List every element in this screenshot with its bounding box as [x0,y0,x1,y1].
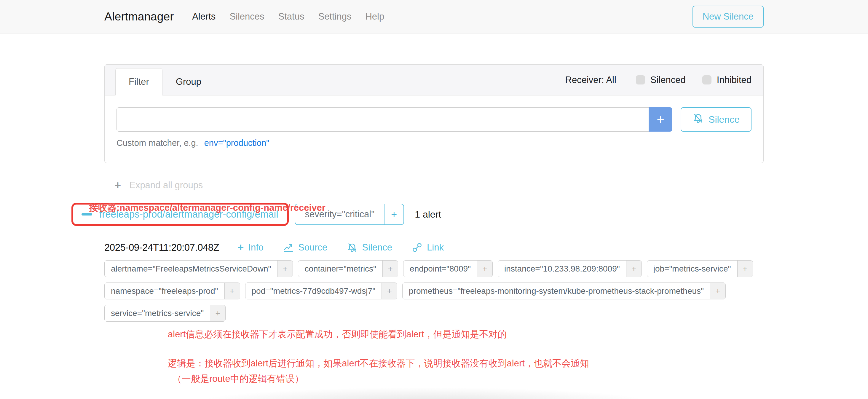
label-badge-service: service="metrics-service" + [104,305,226,321]
matcher-input-row: + Silence [117,107,751,132]
alert-link-button[interactable]: Link [412,242,444,253]
alert-timestamp: 2025-09-24T11:20:07.048Z [104,242,219,253]
label-text: namespace="freeleaps-prod" [105,283,224,299]
silenced-label: Silenced [650,75,686,85]
nav-item-silences[interactable]: Silences [229,11,264,22]
bell-slash-icon [347,242,358,253]
alert-source-link[interactable]: Source [283,242,327,253]
alert-meta-row: 2025-09-24T11:20:07.048Z + Info Source [104,242,764,253]
inhibited-label: Inhibited [717,75,751,85]
alert-info-button[interactable]: + Info [238,242,264,253]
alert-labels: alertname="FreeleapsMetricsServiceDown" … [104,260,764,321]
annotation-receiver-note: 接收器:namespace/altermanager-config-name/r… [89,202,326,214]
label-text: prometheus="freeleaps-monitoring-system/… [403,283,710,299]
label-text: instance="10.233.98.209:8009" [498,260,626,277]
nav-item-help[interactable]: Help [365,11,384,22]
bell-slash-icon [692,113,704,126]
filter-tabs: Filter Group [115,68,215,95]
new-silence-button[interactable]: New Silence [692,6,764,28]
label-add-filter-button[interactable]: + [477,260,492,277]
tab-filter[interactable]: Filter [115,68,162,95]
silence-button-label: Silence [709,114,740,125]
nav-item-settings[interactable]: Settings [318,11,351,22]
annotation-logic-note-2: （一般是route中的逻辑有错误） [173,373,764,385]
label-badge-pod: pod="metrics-77d9cdb497-wdsj7" + [245,282,398,299]
label-add-filter-button[interactable]: + [626,260,642,277]
receiver-filter-label[interactable]: Receiver: All [565,75,616,85]
label-text: job="metrics-service" [647,260,737,277]
source-label: Source [298,242,327,253]
silenced-checkbox-group[interactable]: Silenced [636,75,686,85]
label-text: endpoint="8009" [403,260,477,277]
label-text: service="metrics-service" [105,305,210,321]
filter-card-body: + Silence Custom matcher, e.g. env="prod [105,95,763,163]
inhibited-checkbox[interactable] [702,75,711,85]
matcher-example-link[interactable]: env="production" [204,138,270,148]
label-text: container="metrics" [298,260,382,277]
matcher-help-row: Custom matcher, e.g. env="production" [117,138,751,148]
silence-from-filter-button[interactable]: Silence [681,107,751,132]
plus-icon: + [238,242,244,253]
nav-item-status[interactable]: Status [278,11,305,22]
nav-item-alerts[interactable]: Alerts [192,11,216,22]
main-container: Filter Group Receiver: All Silenced Inhi… [104,64,764,385]
label-add-filter-button[interactable]: + [737,260,753,277]
app-brand[interactable]: Alertmanager [104,10,174,23]
filter-header-controls: Receiver: All Silenced Inhibited [565,65,751,95]
label-add-filter-button[interactable]: + [210,305,225,321]
matcher-help-text: Custom matcher, e.g. [117,138,198,148]
annotation-logic-note: 逻辑是：接收器收到alert后进行通知，如果alert不在接收器下，说明接收器没… [168,357,764,370]
add-matcher-button[interactable]: + [649,107,672,132]
label-badge-prometheus: prometheus="freeleaps-monitoring-system/… [402,282,726,299]
label-badge-namespace: namespace="freeleaps-prod" + [104,282,240,299]
alert-silence-button[interactable]: Silence [347,242,392,253]
label-add-filter-button[interactable]: + [710,283,725,299]
label-badge-job: job="metrics-service" + [647,260,753,277]
label-badge-alertname: alertname="FreeleapsMetricsServiceDown" … [104,260,293,277]
matcher-input-group: + [117,107,672,132]
label-badge-container: container="metrics" + [298,260,398,277]
alert-count: 1 alert [415,209,441,220]
group-matcher-add-button[interactable]: + [384,204,403,224]
label-badge-instance: instance="10.233.98.209:8009" + [498,260,642,277]
inhibited-checkbox-group[interactable]: Inhibited [702,75,751,85]
info-label: Info [248,242,264,253]
label-add-filter-button[interactable]: + [382,260,398,277]
bottom-shadow-artifact [193,387,655,399]
link-label: Link [427,242,444,253]
label-add-filter-button[interactable]: + [224,283,240,299]
label-badge-endpoint: endpoint="8009" + [403,260,493,277]
tab-group[interactable]: Group [162,68,215,95]
expand-plus-icon: + [115,180,121,191]
annotation-alert-note: alert信息必须在接收器下才表示配置成功，否则即使能看到alert，但是通知是… [168,328,764,341]
silenced-checkbox[interactable] [636,75,645,85]
label-add-filter-button[interactable]: + [381,283,397,299]
link-chain-icon [412,242,423,253]
matcher-input[interactable] [117,107,649,132]
expand-all-groups-label: Expand all groups [129,180,203,191]
filter-card-header: Filter Group Receiver: All Silenced Inhi… [105,65,763,95]
silence-label: Silence [362,242,392,253]
chart-line-icon [283,242,294,253]
navbar-inner: Alertmanager Alerts Silences Status Sett… [104,6,764,28]
label-text: pod="metrics-77d9cdb497-wdsj7" [245,283,382,299]
label-add-filter-button[interactable]: + [277,260,292,277]
filter-card: Filter Group Receiver: All Silenced Inhi… [104,64,764,163]
alert-groups-area: + Expand all groups 接收器:namespace/alterm… [104,180,764,385]
top-navbar: Alertmanager Alerts Silences Status Sett… [0,0,868,33]
label-text: alertname="FreeleapsMetricsServiceDown" [105,260,277,277]
expand-all-groups-button[interactable]: + Expand all groups [115,180,203,191]
